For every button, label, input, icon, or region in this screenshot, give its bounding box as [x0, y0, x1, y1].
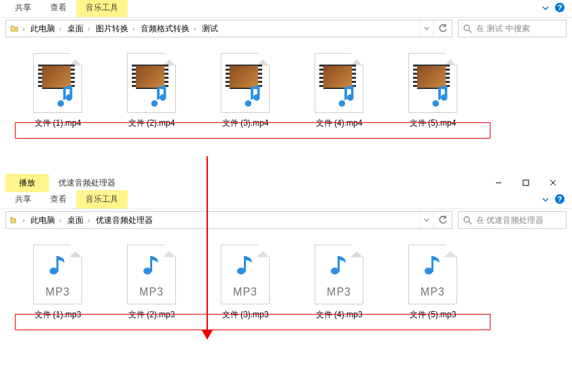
- tab-music-tools[interactable]: 音乐工具: [76, 0, 128, 17]
- file-item[interactable]: MP3 文件 (5).mp3: [395, 242, 470, 321]
- help-icon[interactable]: ?: [554, 2, 565, 15]
- address-row: › 此电脑 › 桌面 › 图片转换 › 音频格式转换 › 测试 在 测试 中搜索: [0, 18, 572, 39]
- refresh-icon[interactable]: [433, 20, 452, 37]
- tab-share[interactable]: 共享: [5, 190, 41, 209]
- window-title: 优速音频处理器: [49, 174, 125, 192]
- file-item[interactable]: MP3 文件 (2).mp3: [114, 242, 189, 321]
- breadcrumb-item[interactable]: 图片转换: [92, 20, 132, 37]
- breadcrumb-item[interactable]: 测试: [198, 20, 222, 37]
- svg-text:?: ?: [558, 195, 562, 203]
- file-label: 文件 (3).mp4: [222, 118, 269, 129]
- audio-file-icon: MP3: [408, 245, 457, 304]
- file-item[interactable]: MP3 文件 (4).mp3: [302, 242, 376, 321]
- file-label: 文件 (3).mp3: [222, 309, 269, 321]
- file-item[interactable]: 文件 (2).mp4: [114, 50, 189, 129]
- file-item[interactable]: MP3 文件 (3).mp3: [208, 242, 283, 321]
- svg-line-3: [469, 30, 471, 33]
- titlebar: 播放 优速音频处理器: [0, 174, 572, 192]
- refresh-icon[interactable]: [433, 212, 452, 228]
- file-item[interactable]: 文件 (1).mp4: [20, 50, 95, 129]
- breadcrumb-item[interactable]: 音频格式转换: [137, 20, 194, 37]
- file-list-area[interactable]: 文件 (1).mp4 文件 (2).mp4 文件 (3).mp4 文件 (4).…: [0, 39, 572, 155]
- file-label: 文件 (4).mp3: [316, 309, 363, 321]
- address-row: › 此电脑 › 桌面 › 优速音频处理器 在 优速音频处理器: [0, 209, 572, 231]
- file-label: 文件 (2).mp4: [128, 118, 175, 129]
- folder-icon: [6, 24, 22, 33]
- search-placeholder: 在 测试 中搜索: [476, 23, 530, 35]
- svg-point-2: [464, 25, 469, 31]
- file-label: 文件 (4).mp4: [316, 118, 363, 129]
- tab-view[interactable]: 查看: [41, 0, 76, 17]
- audio-file-icon: MP3: [127, 245, 176, 304]
- ribbon-tabs: 共享 查看 音乐工具 ?: [0, 192, 572, 209]
- mp3-label: MP3: [315, 286, 363, 298]
- file-label: 文件 (1).mp4: [35, 118, 82, 129]
- address-dropdown-icon[interactable]: [419, 212, 433, 228]
- mp3-label: MP3: [409, 286, 457, 298]
- search-icon: [463, 24, 472, 33]
- minimize-button[interactable]: [485, 174, 512, 192]
- svg-line-11: [469, 221, 471, 224]
- ribbon-expand-icon[interactable]: [542, 4, 549, 14]
- audio-file-icon: MP3: [221, 245, 270, 304]
- video-file-icon: [221, 53, 270, 113]
- file-label: 文件 (5).mp4: [410, 118, 457, 129]
- breadcrumb-item[interactable]: 桌面: [63, 20, 88, 37]
- maximize-button[interactable]: [512, 174, 539, 192]
- breadcrumb-item[interactable]: 桌面: [63, 212, 88, 228]
- file-grid: 文件 (1).mp4 文件 (2).mp4 文件 (3).mp4 文件 (4).…: [20, 50, 552, 129]
- video-file-icon: [315, 53, 363, 113]
- breadcrumb-item[interactable]: 此电脑: [26, 20, 59, 37]
- explorer-window-source: 共享 查看 音乐工具 ? › 此电脑 › 桌面 › 图片转换 › 音频格式转换 …: [0, 0, 572, 155]
- file-list-area[interactable]: MP3 文件 (1).mp3 MP3 文件 (2).mp3 MP3 文件 (3)…: [0, 231, 572, 346]
- address-bar[interactable]: › 此电脑 › 桌面 › 优速音频处理器: [5, 211, 452, 229]
- address-bar[interactable]: › 此电脑 › 桌面 › 图片转换 › 音频格式转换 › 测试: [5, 20, 452, 37]
- svg-rect-15: [150, 256, 152, 272]
- file-grid: MP3 文件 (1).mp3 MP3 文件 (2).mp3 MP3 文件 (3)…: [20, 242, 552, 321]
- mp3-label: MP3: [34, 286, 82, 298]
- close-button[interactable]: [539, 174, 567, 192]
- audio-file-icon: MP3: [33, 245, 82, 304]
- svg-rect-21: [431, 256, 433, 272]
- folder-icon: [6, 215, 22, 225]
- address-dropdown-icon[interactable]: [419, 20, 433, 37]
- search-placeholder: 在 优速音频处理器: [476, 215, 543, 226]
- search-input[interactable]: 在 测试 中搜索: [458, 20, 567, 37]
- file-label: 文件 (1).mp3: [35, 309, 82, 321]
- file-label: 文件 (5).mp3: [410, 309, 457, 321]
- audio-file-icon: MP3: [315, 245, 363, 304]
- breadcrumb-item[interactable]: 此电脑: [26, 212, 59, 228]
- help-icon[interactable]: ?: [554, 194, 565, 207]
- ribbon-tabs: 共享 查看 音乐工具 ?: [0, 0, 572, 18]
- svg-rect-13: [56, 256, 58, 272]
- explorer-window-target: 播放 优速音频处理器 共享 查看 音乐工具 ? › 此电脑 › 桌面 › 优速音…: [0, 174, 572, 346]
- breadcrumb-item[interactable]: 优速音频处理器: [92, 212, 157, 228]
- svg-text:?: ?: [558, 3, 562, 12]
- search-icon: [463, 215, 472, 225]
- mp3-label: MP3: [128, 286, 175, 298]
- tab-share[interactable]: 共享: [5, 0, 41, 17]
- svg-rect-19: [338, 256, 340, 272]
- tab-play[interactable]: 播放: [5, 174, 49, 192]
- file-item[interactable]: 文件 (4).mp4: [302, 50, 376, 129]
- video-file-icon: [33, 53, 82, 113]
- search-input[interactable]: 在 优速音频处理器: [458, 211, 567, 229]
- video-file-icon: [127, 53, 176, 113]
- mp3-label: MP3: [221, 286, 269, 298]
- tab-music-tools[interactable]: 音乐工具: [76, 190, 128, 209]
- ribbon-expand-icon[interactable]: [542, 196, 549, 205]
- video-file-icon: [408, 53, 457, 113]
- svg-point-10: [464, 217, 469, 222]
- svg-rect-5: [523, 180, 529, 185]
- file-label: 文件 (2).mp3: [128, 309, 175, 321]
- svg-rect-17: [244, 256, 246, 272]
- file-item[interactable]: MP3 文件 (1).mp3: [20, 242, 95, 321]
- file-item[interactable]: 文件 (3).mp4: [208, 50, 283, 129]
- tab-view[interactable]: 查看: [41, 190, 76, 209]
- file-item[interactable]: 文件 (5).mp4: [395, 50, 470, 129]
